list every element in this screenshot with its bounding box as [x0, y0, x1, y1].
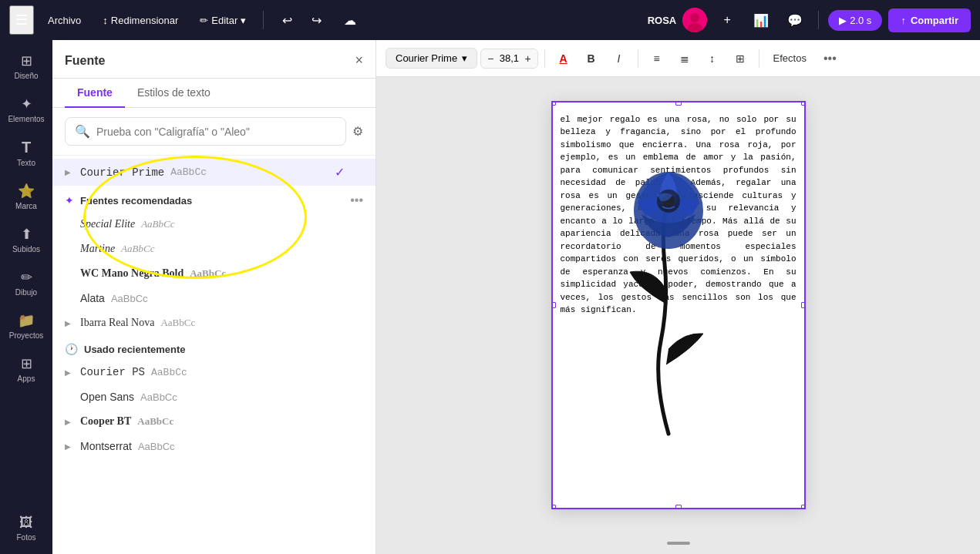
font-name-open-sans: Open Sans: [80, 391, 134, 403]
font-color-button[interactable]: A: [551, 46, 576, 71]
handle-mid-right[interactable]: [801, 302, 806, 308]
canvas-page[interactable]: ↺ el mejor regalo es una rosa, no solo p…: [551, 101, 806, 509]
sidebar-item-proyectos[interactable]: 📁 Proyectos: [5, 306, 48, 346]
font-name-alata: Alata: [80, 292, 105, 304]
analytics-button[interactable]: 📊: [747, 6, 775, 34]
sidebar-item-texto[interactable]: T Texto: [5, 133, 48, 173]
format-toolbar: Courier Prime ▾ − 38,1 + A B I ≡ ≣ ↕: [376, 40, 980, 77]
apps-label: Apps: [18, 374, 35, 383]
font-item-ibarra[interactable]: ▶ Ibarra Real Nova AaBbCc: [52, 311, 375, 335]
expand-icon: ▶: [65, 168, 74, 176]
left-sidebar: ⊞ Diseño ✦ Elementos T Texto ⭐ Marca ⬆ S…: [0, 40, 52, 554]
effects-button[interactable]: Efectos: [766, 49, 814, 68]
redimensionar-menu[interactable]: ↕ Redimensionar: [95, 11, 186, 30]
font-panel: Fuente × Fuente Estilos de texto 🔍 ⚙ ▶ C…: [52, 40, 376, 554]
expand-icon-cps: ▶: [65, 368, 74, 377]
font-name-cooper-bt: Cooper BT: [80, 415, 131, 428]
font-selector-chevron: ▾: [462, 52, 467, 64]
proyectos-label: Proyectos: [9, 331, 43, 340]
handle-top-left[interactable]: [551, 101, 556, 106]
list-button[interactable]: ≣: [672, 46, 697, 71]
italic-button[interactable]: I: [607, 46, 631, 71]
sidebar-item-apps[interactable]: ⊞ Apps: [5, 349, 48, 389]
sidebar-item-marca[interactable]: ⭐ Marca: [5, 176, 48, 217]
font-selector-dropdown[interactable]: Courier Prime ▾: [386, 48, 477, 69]
svg-point-1: [690, 13, 699, 22]
sidebar-item-diseno[interactable]: ⊞ Diseño: [5, 46, 48, 86]
tab-fuente[interactable]: Fuente: [65, 79, 125, 108]
font-preview-montserrat: AaBbCc: [138, 441, 175, 452]
sidebar-item-fotos[interactable]: 🖼 Fotos: [5, 509, 48, 548]
recommended-title: Fuentes recomendadas: [80, 195, 192, 206]
fotos-label: Fotos: [16, 533, 35, 542]
sidebar-item-dibujo[interactable]: ✏ Dibujo: [5, 263, 48, 303]
canvas-bottom-bar: [376, 532, 980, 554]
dibujo-icon: ✏: [21, 269, 32, 286]
font-item-montserrat[interactable]: ▶ Montserrat AaBbCc: [52, 434, 375, 458]
recent-section-header: 🕐 Usado recientemente: [52, 335, 375, 360]
font-item-alata[interactable]: Alata AaBbCc: [52, 286, 375, 311]
add-people-button[interactable]: +: [713, 6, 741, 34]
bold-button[interactable]: B: [579, 46, 604, 71]
font-color-icon: A: [560, 52, 567, 65]
filter-button[interactable]: ⚙: [352, 124, 363, 139]
font-item-open-sans[interactable]: Open Sans AaBbCc: [52, 384, 375, 409]
font-name-martine: Martine: [80, 243, 115, 255]
handle-top-right[interactable]: [801, 101, 806, 106]
decrease-font-size-button[interactable]: −: [487, 52, 493, 65]
more-options-button[interactable]: •••: [817, 49, 843, 69]
undo-redo-group: ↩ ↪: [273, 6, 330, 34]
handle-bottom-mid[interactable]: [675, 505, 682, 509]
font-name-ibarra: Ibarra Real Nova: [80, 317, 154, 329]
font-preview-open-sans: AaBbCc: [140, 391, 177, 403]
font-list[interactable]: ▶ Courier Prime AaBbCc ✓ ✦ Fuentes recom…: [52, 156, 375, 554]
avatar[interactable]: [682, 8, 707, 32]
share-button[interactable]: ↑ Compartir: [888, 8, 971, 32]
editar-menu[interactable]: ✏ Editar ▾: [192, 11, 254, 30]
archivo-menu[interactable]: Archivo: [40, 11, 89, 30]
font-panel-close-button[interactable]: ×: [355, 52, 363, 69]
line-spacing-button[interactable]: ↕: [700, 46, 725, 71]
fotos-icon: 🖼: [19, 515, 33, 531]
font-item-cooper-bt[interactable]: ▶ Cooper BT AaBbCc: [52, 409, 375, 434]
font-tabs: Fuente Estilos de texto: [52, 79, 375, 108]
grid-options-button[interactable]: ⊞: [728, 46, 753, 71]
canvas-viewport[interactable]: ↺ el mejor regalo es una rosa, no solo p…: [376, 77, 980, 532]
comments-button[interactable]: 💬: [781, 6, 809, 34]
editar-label: Editar: [211, 15, 237, 26]
search-input[interactable]: [96, 126, 336, 138]
font-item-courier-prime[interactable]: ▶ Courier Prime AaBbCc ✓: [52, 159, 375, 186]
undo-button[interactable]: ↩: [273, 6, 301, 34]
sidebar-item-subidos[interactable]: ⬆ Subidos: [5, 220, 48, 260]
divider-2: [638, 49, 638, 68]
tab-estilos[interactable]: Estilos de texto: [125, 79, 223, 108]
marca-icon: ⭐: [18, 183, 35, 200]
archivo-label: Archivo: [48, 15, 81, 26]
font-panel-title: Fuente: [65, 54, 105, 68]
recommended-more-button[interactable]: •••: [350, 193, 363, 207]
sidebar-item-elementos[interactable]: ✦ Elementos: [5, 89, 48, 129]
font-preview-wc-mano: AaBbCc: [190, 267, 226, 280]
marca-label: Marca: [15, 202, 37, 210]
increase-font-size-button[interactable]: +: [524, 52, 530, 65]
font-item-courier-ps[interactable]: ▶ Courier PS AaBbCc: [52, 360, 375, 384]
font-item-martine[interactable]: Martine AaBbCc: [52, 237, 375, 261]
align-left-button[interactable]: ≡: [645, 46, 669, 71]
handle-mid-left[interactable]: [551, 302, 556, 308]
play-button[interactable]: ▶ 2.0 s: [828, 10, 882, 31]
elementos-icon: ✦: [21, 96, 32, 112]
handle-top-mid[interactable]: [675, 101, 682, 106]
cloud-save-button[interactable]: ☁: [336, 6, 364, 34]
menu-icon[interactable]: ☰: [9, 5, 34, 35]
redo-button[interactable]: ↪: [302, 6, 330, 34]
font-item-wc-mano[interactable]: WC Mano Negra Bold AaBbCc: [52, 261, 375, 286]
handle-bottom-right[interactable]: [801, 505, 806, 509]
divider-3: [759, 49, 759, 68]
font-name-courier-prime: Courier Prime: [80, 166, 164, 179]
canvas-text-content[interactable]: el mejor regalo es una rosa, no solo por…: [553, 102, 804, 327]
recommend-star-icon: ✦: [65, 194, 74, 206]
handle-bottom-left[interactable]: [551, 505, 556, 509]
font-search-area: 🔍 ⚙: [52, 108, 375, 156]
font-item-special-elite[interactable]: Special Elite AaBbCc: [52, 212, 375, 237]
divider-1: [544, 49, 545, 68]
